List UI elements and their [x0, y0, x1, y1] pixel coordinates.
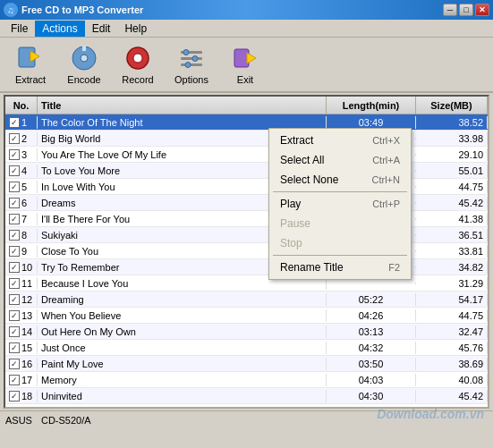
row-no-cell: ✓5 [5, 181, 38, 193]
row-no-cell: ✓15 [5, 342, 38, 354]
row-size: 45.42 [416, 390, 488, 402]
maximize-button[interactable]: □ [459, 4, 473, 16]
row-checkbox[interactable]: ✓ [9, 198, 20, 208]
row-no-cell: ✓9 [5, 245, 38, 258]
context-menu-item-select-all[interactable]: Select AllCtrl+A [269, 150, 411, 170]
row-length [327, 283, 416, 284]
toolbar: Extract Encode Record [0, 38, 493, 93]
table-row[interactable]: ✓11Because I Love You31.29 [5, 275, 488, 292]
row-checkbox[interactable]: ✓ [9, 246, 20, 257]
table-row[interactable]: ✓9Close To You33.81 [5, 243, 488, 259]
row-length: 04:03 [327, 374, 416, 386]
row-checkbox[interactable]: ✓ [9, 294, 20, 305]
svg-point-6 [133, 54, 142, 63]
table-row[interactable]: ✓18Uninvited04:3045.42 [5, 388, 488, 404]
row-size: 45.76 [416, 342, 488, 354]
context-menu-item-select-none[interactable]: Select NoneCtrl+N [269, 170, 411, 190]
row-number: 12 [21, 294, 34, 305]
record-button[interactable]: Record [113, 41, 163, 88]
row-checkbox[interactable]: ✓ [9, 117, 20, 128]
table-row[interactable]: ✓7I'll Be There For You41.38 [5, 211, 488, 227]
row-checkbox[interactable]: ✓ [9, 375, 20, 385]
table-row[interactable]: ✓1The Color Of The Night03:4938.52 [5, 114, 488, 131]
row-size: 33.81 [416, 245, 488, 258]
table-header: No. Title Length(min) Size(MB) [5, 97, 488, 114]
row-checkbox[interactable]: ✓ [9, 262, 20, 273]
row-no-cell: ✓14 [5, 325, 38, 338]
svg-point-3 [81, 55, 88, 62]
menu-edit[interactable]: Edit [85, 21, 118, 37]
close-button[interactable]: ✕ [475, 4, 489, 16]
table-row[interactable]: ✓15Just Once04:3245.76 [5, 340, 488, 356]
table-row[interactable]: ✓13When You Believe04:2644.75 [5, 308, 488, 324]
table-row[interactable]: ✓12Dreaming05:2254.17 [5, 292, 488, 308]
table-row[interactable]: ✓5In Love With You44.75 [5, 179, 488, 195]
context-menu-item-rename-title[interactable]: Rename TitleF2 [269, 258, 411, 277]
row-checkbox[interactable]: ✓ [9, 359, 20, 369]
row-no-cell: ✓17 [5, 374, 38, 386]
row-checkbox[interactable]: ✓ [9, 165, 20, 176]
context-menu: ExtractCtrl+XSelect AllCtrl+ASelect None… [268, 128, 412, 280]
extract-button[interactable]: Extract [5, 41, 55, 88]
ctx-item-shortcut: Ctrl+X [372, 135, 400, 146]
table-body[interactable]: ✓1The Color Of The Night03:4938.52✓2Big … [5, 114, 488, 407]
row-checkbox[interactable]: ✓ [9, 133, 20, 144]
row-checkbox[interactable]: ✓ [9, 342, 20, 353]
row-number: 15 [21, 342, 34, 353]
svg-point-11 [192, 56, 198, 62]
table-row[interactable]: ✓2Big Big World33.98 [5, 131, 488, 147]
table-row[interactable]: ✓10Try To Remember34.82 [5, 259, 488, 275]
row-checkbox[interactable]: ✓ [9, 214, 20, 224]
encode-button[interactable]: Encode [59, 41, 109, 88]
row-checkbox[interactable]: ✓ [9, 230, 20, 241]
context-menu-separator [273, 191, 407, 192]
table-row[interactable]: ✓4To Love You More55.01 [5, 163, 488, 179]
row-no-cell: ✓3 [5, 148, 38, 161]
menu-bar: File Actions Edit Help [0, 20, 493, 38]
record-icon [123, 44, 152, 72]
context-menu-item-pause: Pause [269, 214, 411, 233]
table-row[interactable]: ✓8Sukiyaki36.51 [5, 227, 488, 243]
row-number: 1 [21, 117, 34, 128]
row-no-cell: ✓10 [5, 261, 38, 274]
record-label: Record [122, 74, 153, 85]
row-size: 29.10 [416, 148, 488, 161]
row-checkbox[interactable]: ✓ [9, 310, 20, 321]
svg-point-12 [185, 63, 191, 68]
exit-icon [231, 44, 259, 72]
row-number: 11 [21, 278, 34, 289]
window-title: Free CD to MP3 Converter [21, 4, 143, 15]
row-title: When You Believe [38, 309, 327, 322]
exit-button[interactable]: Exit [220, 41, 270, 88]
minimize-button[interactable]: ─ [443, 4, 457, 16]
row-no-cell: ✓16 [5, 358, 38, 370]
row-number: 5 [21, 182, 34, 192]
ctx-item-shortcut: Ctrl+P [372, 199, 400, 209]
row-checkbox[interactable]: ✓ [9, 149, 20, 160]
row-no-cell: ✓11 [5, 277, 38, 290]
context-menu-item-stop: Stop [269, 233, 411, 253]
table-row[interactable]: ✓14Out Here On My Own03:1332.47 [5, 324, 488, 340]
row-checkbox[interactable]: ✓ [9, 182, 20, 192]
table-row[interactable]: ✓6Dreams45.42 [5, 195, 488, 211]
row-number: 13 [21, 310, 34, 321]
svg-marker-14 [247, 53, 256, 63]
row-size: 34.82 [416, 261, 488, 274]
table-row[interactable]: ✓17Memory04:0340.08 [5, 372, 488, 388]
table-row[interactable]: ✓3You Are The Love Of My Life29.10 [5, 147, 488, 163]
context-menu-item-play[interactable]: PlayCtrl+P [269, 194, 411, 214]
svg-rect-9 [181, 63, 202, 66]
row-title: The Color Of The Night [38, 116, 327, 129]
options-button[interactable]: Options [166, 41, 217, 88]
row-checkbox[interactable]: ✓ [9, 391, 20, 402]
track-table: No. Title Length(min) Size(MB) ✓1The Col… [4, 95, 489, 409]
row-checkbox[interactable]: ✓ [9, 278, 20, 289]
table-row[interactable]: ✓16Paint My Love03:5038.69 [5, 356, 488, 372]
row-checkbox[interactable]: ✓ [9, 326, 20, 337]
menu-help[interactable]: Help [117, 21, 154, 37]
row-size: 41.38 [416, 213, 488, 225]
menu-file[interactable]: File [4, 21, 35, 37]
ctx-item-shortcut: Ctrl+N [372, 174, 400, 185]
menu-actions[interactable]: Actions [35, 21, 84, 37]
context-menu-item-extract[interactable]: ExtractCtrl+X [269, 131, 411, 150]
